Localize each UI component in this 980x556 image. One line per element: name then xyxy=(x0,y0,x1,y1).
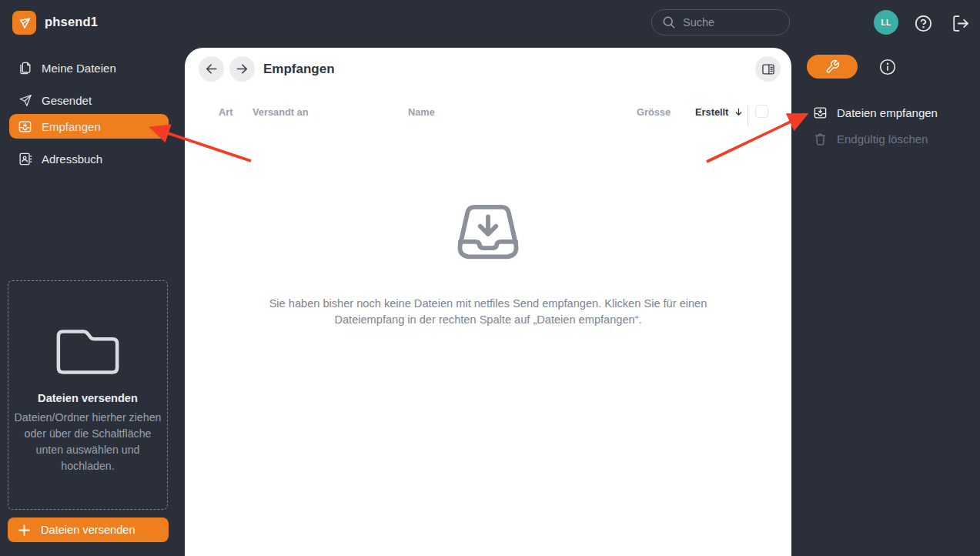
info-icon[interactable] xyxy=(878,58,897,76)
dropzone-title: Dateien versenden xyxy=(8,392,167,404)
column-header-versandt-an[interactable]: Versandt an xyxy=(253,106,309,118)
sidebar-item-label: Meine Dateien xyxy=(42,62,116,75)
empty-state: Sie haben bisher noch keine Dateien mit … xyxy=(185,202,791,328)
select-all-checkbox[interactable] xyxy=(755,105,768,118)
wrench-icon xyxy=(825,59,840,74)
sidebar-item-meine-dateien[interactable]: Meine Dateien xyxy=(9,55,169,80)
address-book-icon xyxy=(18,152,32,166)
plus-icon xyxy=(18,524,31,537)
action-dateien-empfangen[interactable]: Dateien empfangen xyxy=(813,103,938,122)
empty-state-text-line1: Sie haben bisher noch keine Dateien mit … xyxy=(185,296,791,312)
app-logo-icon xyxy=(12,11,36,35)
column-header-erstellt[interactable]: Erstellt xyxy=(695,106,744,118)
send-files-button-label: Dateien versenden xyxy=(41,524,135,536)
search-icon xyxy=(661,15,677,30)
inbox-receive-icon xyxy=(18,119,32,134)
sidebar-item-adressbuch[interactable]: Adressbuch xyxy=(9,146,169,171)
inbox-receive-icon xyxy=(813,106,828,120)
app-title: phsend1 xyxy=(45,15,98,29)
question-mark-icon xyxy=(921,19,925,23)
forward-button[interactable] xyxy=(229,56,255,82)
upload-dropzone[interactable]: Dateien versenden Dateien/Ordner hierher… xyxy=(8,280,168,510)
sidebar-item-label: Adressbuch xyxy=(42,152,102,166)
header-divider xyxy=(748,106,748,126)
page-title: Empfangen xyxy=(263,62,335,77)
sidebar-item-empfangen[interactable]: Empfangen xyxy=(9,114,169,139)
tools-button[interactable] xyxy=(807,55,858,79)
app-window: phsend1 LL xyxy=(0,0,980,556)
details-panel-toggle-icon[interactable] xyxy=(755,56,781,82)
logout-icon[interactable] xyxy=(950,13,970,33)
action-label: Dateien empfangen xyxy=(837,106,938,119)
dropzone-description: Dateien/Ordner hierher ziehen oder über … xyxy=(12,410,163,474)
column-header-art[interactable]: Art xyxy=(219,106,232,118)
column-header-erstellt-label: Erstellt xyxy=(695,106,728,118)
top-bar: phsend1 LL xyxy=(0,0,980,45)
column-header-groesse[interactable]: Grösse xyxy=(637,106,671,118)
send-files-button[interactable]: Dateien versenden xyxy=(8,517,169,542)
search-input[interactable] xyxy=(683,16,775,28)
sidebar-item-gesendet[interactable]: Gesendet xyxy=(9,88,169,112)
search-box[interactable] xyxy=(651,9,790,35)
trash-icon xyxy=(813,132,828,146)
documents-icon xyxy=(18,61,32,75)
sort-descending-icon xyxy=(733,106,744,118)
inbox-empty-icon xyxy=(185,202,791,273)
column-header-name[interactable]: Name xyxy=(408,106,435,118)
avatar[interactable]: LL xyxy=(874,10,898,35)
main-content-card: Empfangen Art Versandt an Name Grösse Er… xyxy=(185,48,791,556)
folder-icon xyxy=(8,326,167,381)
help-button[interactable] xyxy=(913,13,933,33)
paper-plane-icon xyxy=(18,93,32,108)
action-endgueltig-loeschen: Endgültig löschen xyxy=(813,129,928,148)
empty-state-text-line2: Dateiempfang in der rechten Spalte auf „… xyxy=(185,312,791,328)
back-button[interactable] xyxy=(199,56,224,82)
sidebar-item-label: Gesendet xyxy=(42,94,92,107)
sidebar-item-label: Empfangen xyxy=(42,120,101,133)
action-label: Endgültig löschen xyxy=(837,132,928,146)
